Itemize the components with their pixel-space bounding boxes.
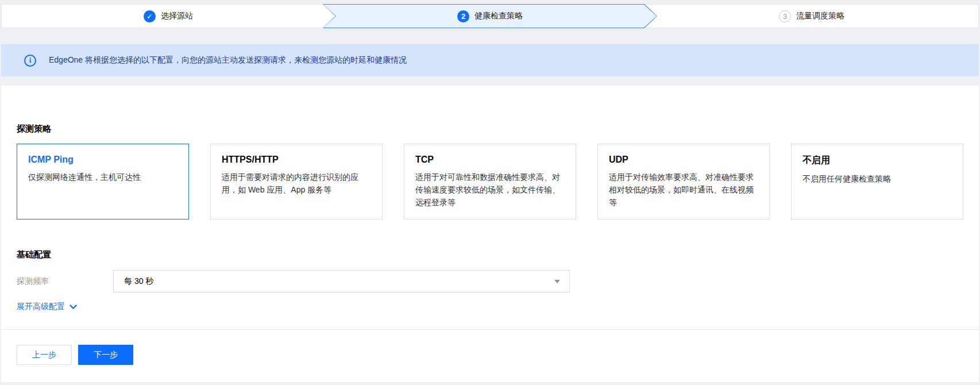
step-label: 健康检查策略 [474, 11, 523, 21]
info-banner-text: EdgeOne 将根据您选择的以下配置，向您的源站主动发送探测请求，来检测您源站… [49, 55, 407, 66]
option-description: 适用于对传输效率要求高、对准确性要求相对较低的场景，如即时通讯、在线视频等 [609, 171, 758, 209]
option-description: 不启用任何健康检查策略 [802, 172, 952, 185]
step-number-badge: 2 [457, 10, 469, 22]
expand-advanced-config-label: 展开高级配置 [17, 302, 65, 312]
probe-policy-title: 探测策略 [17, 86, 963, 134]
check-circle-icon: ✓ [144, 10, 156, 22]
option-description: 适用于需要对请求的内容进行识别的应用，如 Web 应用、App 服务等 [222, 171, 371, 196]
option-title: UDP [609, 155, 758, 165]
wizard-steps: ✓ 选择源站 2 健康检查策略 3 流量调度策略 [1, 4, 979, 28]
step-label: 选择源站 [161, 11, 193, 21]
option-icmp-ping[interactable]: ICMP Ping 仅探测网络连通性，主机可达性 [17, 144, 189, 220]
option-https-http[interactable]: HTTPS/HTTP 适用于需要对请求的内容进行识别的应用，如 Web 应用、A… [210, 144, 383, 220]
option-disabled[interactable]: 不启用 不启用任何健康检查策略 [791, 144, 963, 220]
option-description: 适用于对可靠性和数据准确性要求高、对传输速度要求较低的场景，如文件传输、远程登录… [415, 171, 565, 209]
basic-config-title: 基础配置 [17, 249, 963, 260]
probe-policy-options: ICMP Ping 仅探测网络连通性，主机可达性 HTTPS/HTTP 适用于需… [17, 144, 963, 220]
step-health-check-policy[interactable]: 2 健康检查策略 [323, 4, 657, 28]
option-tcp[interactable]: TCP 适用于对可靠性和数据准确性要求高、对传输速度要求较低的场景，如文件传输、… [404, 144, 576, 220]
chevron-down-icon [70, 305, 77, 310]
info-icon: i [24, 55, 36, 67]
probe-frequency-select[interactable]: 每 30 秒 [113, 270, 570, 292]
step-label: 流量调度策略 [796, 11, 844, 21]
info-banner: i EdgeOne 将根据您选择的以下配置，向您的源站主动发送探测请求，来检测您… [1, 44, 979, 76]
probe-frequency-row: 探测频率 每 30 秒 [17, 270, 963, 292]
health-check-config-panel: 探测策略 ICMP Ping 仅探测网络连通性，主机可达性 HTTPS/HTTP… [1, 86, 979, 382]
step-traffic-scheduling-policy[interactable]: 3 流量调度策略 [645, 4, 979, 28]
option-title: TCP [415, 155, 565, 165]
expand-advanced-config-link[interactable]: 展开高级配置 [17, 302, 77, 312]
option-description: 仅探测网络连通性，主机可达性 [28, 171, 178, 183]
option-udp[interactable]: UDP 适用于对传输效率要求高、对准确性要求相对较低的场景，如即时通讯、在线视频… [597, 144, 770, 220]
probe-frequency-label: 探测频率 [17, 276, 113, 287]
caret-down-icon [554, 280, 560, 283]
previous-step-button[interactable]: 上一步 [17, 345, 72, 365]
option-title: HTTPS/HTTP [222, 155, 371, 165]
probe-frequency-value: 每 30 秒 [124, 276, 153, 287]
wizard-footer: 上一步 下一步 [1, 329, 979, 365]
step-select-origin[interactable]: ✓ 选择源站 [1, 4, 335, 28]
next-step-button[interactable]: 下一步 [78, 345, 133, 365]
step-number-badge: 3 [779, 10, 791, 22]
option-title: ICMP Ping [28, 155, 178, 165]
option-title: 不启用 [802, 155, 952, 167]
